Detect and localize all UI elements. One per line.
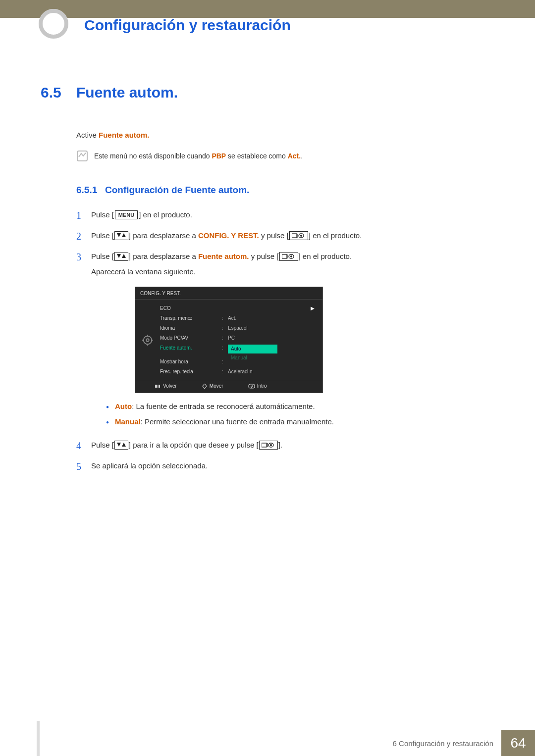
menu-key: MENU — [115, 210, 138, 219]
section-number: 6.5 — [41, 84, 76, 101]
note-text-b: se establece como — [226, 152, 288, 160]
bullet-dot-icon: ● — [106, 416, 115, 426]
content: 6.5 Fuente autom. Active Fuente autom. E… — [41, 84, 494, 480]
svg-point-7 — [144, 336, 152, 345]
svg-rect-19 — [270, 444, 272, 446]
step-4: 4 Pulse [ ] para ir a la opción que dese… — [76, 439, 494, 453]
bullet-label: Auto — [115, 402, 132, 410]
osd-footer: Volver Mover Intro — [135, 380, 322, 393]
step-target: CONFIG. Y REST. — [198, 231, 259, 240]
intro-line: Active Fuente autom. — [76, 131, 494, 139]
section-heading: 6.5 Fuente autom. — [41, 84, 494, 101]
subsection-title: Configuración de Fuente autom. — [105, 185, 249, 196]
note-block: Este menú no está disponible cuando PBP … — [76, 150, 494, 162]
svg-rect-0 — [77, 151, 87, 161]
step-2: 2 Pulse [ ] para desplazarse a CONFIG. Y… — [76, 229, 494, 243]
osd-screenshot: CONFIG. Y REST. — [106, 287, 352, 393]
osd-rows: ECO ▶ Transp. menœ : Act. Idioma — [160, 303, 322, 377]
note-text-c: . — [301, 152, 303, 160]
svg-rect-1 — [292, 234, 297, 238]
svg-rect-6 — [290, 255, 292, 257]
bullets: ● Auto: La fuente de entrada se reconoce… — [106, 401, 352, 427]
page-number: 64 — [501, 730, 535, 756]
osd-row-mostrar: Mostrar hora : — [160, 357, 318, 367]
up-down-key-icon — [114, 441, 128, 450]
osd-footer-intro: Intro — [248, 383, 267, 390]
step-followup: Aparecerá la ventana siguiente. — [91, 266, 352, 277]
note-pbp: PBP — [212, 152, 226, 160]
step-3: 3 Pulse [ ] para desplazarse a Fuente au… — [76, 250, 494, 432]
intro-highlight: Fuente autom. — [99, 131, 150, 139]
step-5: 5 Se aplicará la opción seleccionada. — [76, 459, 494, 473]
svg-rect-14 — [158, 385, 159, 388]
up-down-key-icon — [114, 252, 128, 261]
note-icon — [76, 150, 91, 162]
intro-prefix: Active — [76, 131, 99, 139]
step-text: Pulse [MENU] en el producto. — [91, 208, 192, 222]
enter-key-icon — [279, 252, 298, 261]
step-number: 5 — [76, 459, 91, 473]
enter-key-icon — [259, 441, 278, 450]
step-number: 2 — [76, 229, 91, 243]
step-text: Pulse [ ] para ir a la opción que desee … — [91, 439, 282, 453]
note-text-a: Este menú no está disponible cuando — [94, 152, 212, 160]
step-number: 1 — [76, 208, 91, 222]
osd-panel: CONFIG. Y REST. — [135, 287, 323, 393]
up-down-key-icon — [114, 231, 128, 240]
enter-key-icon — [289, 231, 308, 240]
step-text: Pulse [ ] para desplazarse a CONFIG. Y R… — [91, 229, 362, 243]
chapter-title: Configuración y restauración — [84, 17, 291, 34]
osd-title: CONFIG. Y REST. — [135, 287, 322, 300]
svg-point-8 — [146, 339, 149, 342]
chapter-badge-border — [39, 9, 68, 39]
svg-rect-15 — [159, 385, 160, 388]
step-1: 1 Pulse [MENU] en el producto. — [76, 208, 494, 222]
note-text: Este menú no está disponible cuando PBP … — [94, 152, 303, 160]
osd-footer-volver: Volver — [155, 383, 177, 390]
footer-breadcrumb: 6 Configuración y restauración — [393, 730, 501, 756]
osd-option-auto: Auto — [228, 345, 277, 353]
steps-list: 1 Pulse [MENU] en el producto. 2 Pulse [… — [76, 208, 494, 473]
step-target: Fuente autom. — [198, 252, 249, 260]
svg-rect-13 — [155, 385, 157, 388]
note-act: Act. — [288, 152, 301, 160]
osd-footer-mover: Mover — [202, 383, 223, 390]
subsection-number: 6.5.1 — [76, 185, 105, 196]
osd-row-frec: Frec. rep. tecla : Aceleraci n — [160, 367, 318, 377]
step-number: 3 — [76, 250, 91, 432]
osd-row-modo: Modo PC/AV : PC — [160, 333, 318, 343]
step-text: Se aplicará la opción seleccionada. — [91, 459, 208, 473]
bullet-manual: ● Manual: Permite seleccionar una fuente… — [106, 416, 352, 427]
header-bar — [0, 0, 535, 18]
osd-body: ECO ▶ Transp. menœ : Act. Idioma — [135, 300, 322, 380]
chevron-right-icon: ▶ — [222, 305, 318, 312]
footer-bar: 6 Configuración y restauración 64 — [0, 730, 535, 756]
bullet-desc: : Permite seleccionar una fuente de entr… — [141, 417, 334, 426]
bullet-auto: ● Auto: La fuente de entrada se reconoce… — [106, 401, 352, 411]
osd-side-icon — [135, 303, 160, 377]
svg-rect-3 — [300, 235, 302, 237]
bullet-label: Manual — [115, 417, 141, 426]
bullet-dot-icon: ● — [106, 401, 115, 410]
section-title: Fuente autom. — [76, 84, 178, 101]
osd-row-transp: Transp. menœ : Act. — [160, 313, 318, 323]
gear-icon — [142, 335, 153, 346]
step-number: 4 — [76, 439, 91, 453]
step-text: Pulse [ ] para desplazarse a Fuente auto… — [91, 250, 352, 432]
svg-rect-4 — [282, 254, 287, 258]
osd-row-idioma: Idioma : Espaæol — [160, 323, 318, 333]
osd-row-eco: ECO ▶ — [160, 303, 318, 313]
bullet-desc: : La fuente de entrada se reconocerá aut… — [132, 402, 315, 410]
svg-rect-17 — [262, 443, 267, 447]
subsection-heading: 6.5.1 Configuración de Fuente autom. — [76, 185, 494, 196]
